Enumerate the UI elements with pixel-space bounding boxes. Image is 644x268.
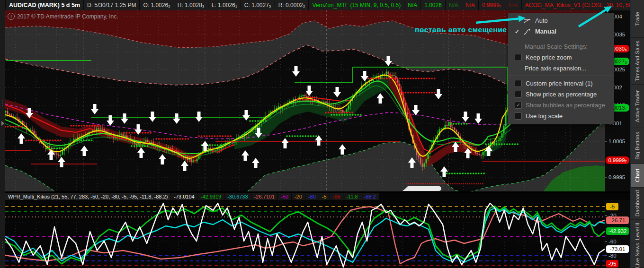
copyright-watermark: ! 2017 © TD Ameritrade IP Company, Inc. xyxy=(8,13,118,20)
checkbox-custom-price-interval-unchecked[interactable] xyxy=(515,80,522,87)
menu-item-show-price-as-percentage[interactable]: Show price as percentage xyxy=(508,89,614,100)
study-readout[interactable]: N/A xyxy=(462,0,478,10)
wpr-value-readout: -50 xyxy=(278,193,291,200)
menu-item-label: Use log scale xyxy=(526,112,563,120)
drawing-annotation-text: поставь авто смещение xyxy=(415,26,507,34)
sidebar-tab-label: Level II xyxy=(635,223,640,240)
menu-item-label: Price axis expansion... xyxy=(525,65,586,72)
menu-item-label: Show bubbles as percentage xyxy=(526,102,605,109)
toolbar-field: D: 5/30/17 1:25 PM xyxy=(84,0,139,10)
svg-text:0.9999₇: 0.9999₇ xyxy=(608,157,626,163)
sidebar-tab-dashboard[interactable]: Dashboard xyxy=(631,188,644,220)
sidebar-tab-live-news[interactable]: Live News xyxy=(631,243,644,268)
wpr-value-readout: -80 xyxy=(305,193,319,200)
toolbar-field: O: 1.0026₂ xyxy=(140,0,173,10)
price-axis-label: 0.9995 xyxy=(608,174,625,180)
wpr-plot-area[interactable] xyxy=(5,200,605,268)
menu-item-auto[interactable]: Auto xyxy=(508,15,614,26)
sidebar-tab-label: Times And Sales xyxy=(635,41,640,81)
sidebar-tab-label: Trade xyxy=(635,12,640,26)
sidebar-tab-active-trader[interactable]: Active Trader xyxy=(631,85,644,128)
sidebar-tab-chart[interactable]: Chart xyxy=(631,164,644,188)
toolbar-field: R: 0.0002₂ xyxy=(275,0,309,10)
price-axis-label: 1.0005 xyxy=(608,138,625,144)
wpr-value-readout: -30.6733 xyxy=(224,193,250,200)
manual-scale-icon xyxy=(523,28,535,35)
wpr-value-readout: -95 xyxy=(330,193,343,200)
sidebar-tab-big-buttons[interactable]: Big Buttons xyxy=(631,128,644,164)
menu-item-label: Keep price zoom xyxy=(526,54,572,61)
svg-text:-5: -5 xyxy=(610,204,615,209)
wpr-indicator-panel[interactable]: -20-60-80-5-26.71-42.932-73.01-95 xyxy=(0,200,631,268)
wpr-axis[interactable]: -20-60-80-5-26.71-42.932-73.01-95 xyxy=(605,200,631,268)
wpr-axis-label: -80 xyxy=(608,253,617,259)
info-icon: ! xyxy=(8,13,15,20)
menu-item-use-log-scale[interactable]: Use log scale xyxy=(508,111,614,121)
menu-item-show-bubbles-as-percentage[interactable]: ✓Show bubbles as percentage xyxy=(508,100,614,111)
sidebar-tab-label: Chart xyxy=(635,169,640,182)
study-readout[interactable]: N/A xyxy=(404,0,420,10)
checkbox-show-price-as-percentage-unchecked[interactable] xyxy=(515,91,522,98)
menu-item-label: Show price as percentage xyxy=(526,91,597,98)
wpr-value-readout: -20 xyxy=(292,193,305,200)
wpr-value-readout: -5 xyxy=(319,193,330,200)
wpr-value-readout: -73.0104 xyxy=(171,193,197,200)
menu-separator xyxy=(508,76,614,76)
menu-item-label: Manual Scale Settings: xyxy=(525,43,588,50)
svg-text:-95: -95 xyxy=(608,261,617,267)
sidebar-tab-level-ii[interactable]: Level II xyxy=(631,220,644,243)
wpr-study-label-row: WPR_Multi_Kikos (21, 55, 77, 283, -50, -… xyxy=(5,193,631,200)
study-readout[interactable]: 0.9999₇ xyxy=(479,0,505,10)
wpr-value-readout: -11.8 xyxy=(343,193,360,200)
menu-item-manual-scale-settings: Manual Scale Settings: xyxy=(508,41,614,52)
wpr-axis-label: -60 xyxy=(608,239,617,244)
study-readout[interactable]: ACOG_MA_Kikos_V1 (CLOSE, 30, 10, 50, EMA… xyxy=(522,0,631,10)
wpr-value-readout: -26.7101 xyxy=(251,193,277,200)
price-scale-context-menu: Auto✓ManualManual Scale Settings:Keep pr… xyxy=(508,13,614,124)
menu-item-price-axis-expansion[interactable]: Price axis expansion... xyxy=(508,63,614,74)
checkbox-show-bubbles-as-percentage-checked[interactable]: ✓ xyxy=(515,102,522,109)
symbol-label[interactable]: AUD/CAD (MARK) 5 d 5m xyxy=(6,0,83,10)
toolbar-field: L: 1.0026₁ xyxy=(208,0,241,10)
menu-item-custom-price-interval[interactable]: Custom price interval (1) xyxy=(508,78,614,89)
study-readout[interactable]: N/A xyxy=(446,0,462,10)
study-readout[interactable]: VernZon_MTF (15 MIN, 9, 0.5, 0.5) xyxy=(309,0,404,10)
wpr-value-readout: -42.9319 xyxy=(198,193,224,200)
checkmark-icon: ✓ xyxy=(515,28,523,35)
toolbar-field: H: 1.0028₃ xyxy=(174,0,208,10)
toolbar-field: C: 1.0027₅ xyxy=(241,0,275,10)
menu-item-keep-price-zoom[interactable]: Keep price zoom xyxy=(508,52,614,63)
sidebar-tab-label: Big Buttons xyxy=(635,132,640,160)
thinkorswim-chart-window: AUD/CAD (MARK) 5 d 5m D: 5/30/17 1:25 PM… xyxy=(0,0,644,268)
svg-text:-26.71: -26.71 xyxy=(610,217,626,223)
menu-separator xyxy=(508,39,614,39)
sidebar-tab-label: Live News xyxy=(635,243,640,268)
study-readout[interactable]: N/A xyxy=(505,0,521,10)
wpr-study-label[interactable]: WPR_Multi_Kikos (21, 55, 77, 283, -50, -… xyxy=(5,193,170,200)
menu-item-label: Manual xyxy=(535,28,556,35)
menu-item-manual[interactable]: ✓Manual xyxy=(508,26,614,37)
svg-text:-42.932: -42.932 xyxy=(608,228,626,234)
chart-scrollbar-thumb[interactable] xyxy=(406,186,441,191)
sidebar-tab-trade[interactable]: Trade xyxy=(631,0,644,38)
checkbox-use-log-scale-unchecked[interactable] xyxy=(515,112,522,120)
menu-item-label: Auto xyxy=(535,17,548,24)
menu-item-label: Custom price interval (1) xyxy=(526,80,593,87)
wpr-value-readout: -88.2 xyxy=(361,193,379,200)
checkbox-keep-price-zoom-unchecked[interactable] xyxy=(515,54,522,61)
svg-text:-73.01: -73.01 xyxy=(610,246,626,252)
chart-header-toolbar: AUD/CAD (MARK) 5 d 5m D: 5/30/17 1:25 PM… xyxy=(5,0,631,10)
sidebar-tab-label: Active Trader xyxy=(635,90,640,122)
auto-scale-icon xyxy=(523,17,535,24)
right-gadget-tabs: TradeTimes And SalesActive TraderBig But… xyxy=(630,0,644,268)
study-readout[interactable]: 1.0026 xyxy=(421,0,445,10)
sidebar-tab-label: Dashboard xyxy=(635,190,640,216)
sidebar-tab-times-and-sales[interactable]: Times And Sales xyxy=(631,38,644,85)
